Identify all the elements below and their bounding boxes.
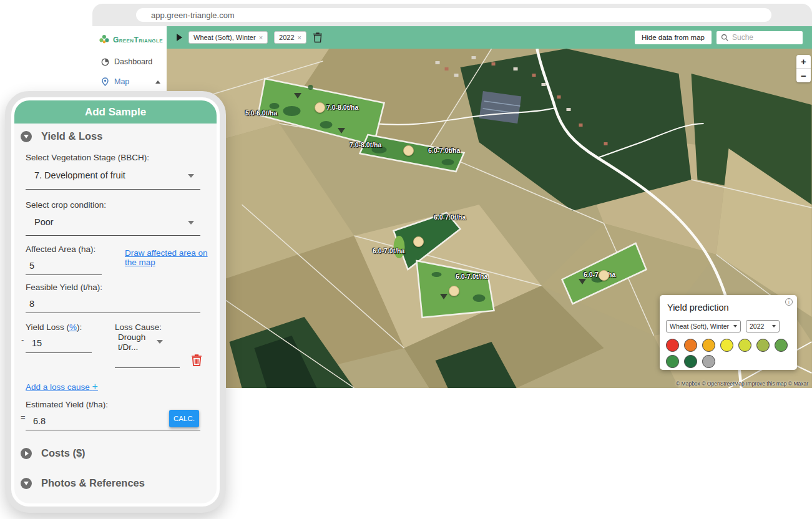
- chevron-down-icon: [733, 325, 737, 327]
- info-icon[interactable]: i: [785, 298, 793, 306]
- close-icon[interactable]: ×: [259, 34, 263, 41]
- filter-chip-crop[interactable]: Wheat (Soft), Winter ×: [188, 31, 268, 44]
- field-yield-label: 7.0-8.0t/ha: [350, 141, 381, 148]
- add-sample-panel: Add Sample Yield & Loss Select Vegetatio…: [5, 91, 226, 513]
- sample-marker-triangle[interactable]: [440, 294, 448, 299]
- section-photos[interactable]: Photos & References: [21, 477, 145, 489]
- feasible-input[interactable]: 8: [29, 299, 34, 309]
- equals-operator: =: [21, 412, 26, 422]
- search-icon: [721, 34, 728, 41]
- minus-operator: -: [21, 335, 24, 344]
- close-icon[interactable]: ×: [298, 34, 301, 41]
- map-pin-icon: [101, 77, 109, 86]
- estimated-label: Estimated Yield (t/ha):: [26, 400, 108, 409]
- section-yield-loss[interactable]: Yield & Loss: [21, 130, 102, 142]
- sample-marker-circle[interactable]: [413, 236, 424, 247]
- legend-color-circle[interactable]: [756, 339, 770, 352]
- sample-marker-circle[interactable]: [315, 102, 325, 113]
- chevron-down-icon[interactable]: [157, 340, 163, 344]
- sample-marker-triangle[interactable]: [579, 279, 586, 284]
- crop-select[interactable]: Wheat (Soft), Winter: [666, 320, 741, 332]
- address-bar[interactable]: app.green-triangle.com: [136, 8, 771, 22]
- legend-color-circle[interactable]: [666, 339, 679, 352]
- zoom-out-button[interactable]: −: [796, 69, 811, 82]
- chevron-up-icon[interactable]: [155, 80, 160, 84]
- section-title: Yield & Loss: [41, 130, 102, 142]
- sidebar-item-map[interactable]: Map: [92, 72, 167, 92]
- add-loss-cause-link[interactable]: Add a loss cause +: [26, 381, 98, 392]
- legend-color-circle[interactable]: [720, 339, 733, 352]
- legend-color-circle[interactable]: [702, 355, 715, 368]
- year-select[interactable]: 2022: [746, 320, 780, 332]
- field-yield-label: 6.0-7.0t/ha: [434, 213, 466, 221]
- dashboard-pie-icon: [101, 58, 109, 66]
- yield-prediction-panel: Yield prediction i Wheat (Soft), Winter …: [660, 295, 797, 370]
- sample-marker-triangle[interactable]: [338, 128, 345, 133]
- condition-label: Select crop condition:: [26, 200, 106, 210]
- sample-marker-triangle[interactable]: [294, 93, 301, 99]
- chevron-down-icon: [772, 325, 776, 327]
- sample-marker-circle[interactable]: [599, 270, 609, 281]
- expand-icon[interactable]: [21, 448, 32, 459]
- filter-chip-year[interactable]: 2022 ×: [274, 31, 306, 44]
- map-attribution[interactable]: © Mapbox © OpenStreetMap Improve this ma…: [676, 381, 808, 387]
- collapse-icon[interactable]: [21, 478, 32, 489]
- url-text: app.green-triangle.com: [151, 11, 235, 20]
- percent-link[interactable]: %: [69, 323, 77, 332]
- browser-chrome: app.green-triangle.com: [92, 4, 812, 26]
- delete-cause-trash-icon[interactable]: [191, 354, 202, 367]
- brand-name: GreenTriangle: [113, 36, 163, 44]
- chevron-down-icon[interactable]: [188, 174, 194, 178]
- section-costs[interactable]: Costs ($): [21, 447, 86, 459]
- field-yield-label: 7.0-8.0t/ha: [326, 104, 358, 111]
- year-select-value: 2022: [750, 323, 764, 330]
- draw-area-link[interactable]: Draw affected area on the map: [125, 248, 213, 267]
- play-icon[interactable]: [177, 34, 182, 41]
- legend-color-circle[interactable]: [684, 339, 697, 352]
- yield-prediction-title: Yield prediction: [667, 303, 729, 313]
- section-title: Costs ($): [41, 447, 86, 459]
- plus-icon: +: [92, 381, 98, 392]
- loss-label: Yield Loss (%):: [26, 323, 82, 332]
- area-input[interactable]: 5: [29, 261, 34, 271]
- bbch-select-value[interactable]: 7. Development of fruit: [34, 170, 125, 180]
- cause-label: Loss Cause:: [115, 323, 162, 332]
- sample-marker-circle[interactable]: [403, 145, 414, 156]
- map-zoom-control: + −: [796, 55, 811, 82]
- zoom-in-button[interactable]: +: [796, 55, 811, 69]
- feasible-label: Feasible Yield (t/ha):: [26, 283, 102, 292]
- crop-select-value: Wheat (Soft), Winter: [670, 323, 729, 330]
- area-label: Affected Area (ha):: [26, 245, 95, 254]
- section-title: Photos & References: [41, 477, 145, 489]
- chip-label: Wheat (Soft), Winter: [193, 34, 256, 41]
- map-toolbar: Wheat (Soft), Winter × 2022 × Hide data …: [167, 26, 812, 49]
- chip-label: 2022: [279, 34, 294, 41]
- brand-tree-icon: [99, 34, 110, 46]
- sample-marker-circle[interactable]: [449, 286, 459, 296]
- collapse-icon[interactable]: [21, 131, 32, 142]
- field-yield-label: 6.0-7.0t/ha: [428, 147, 460, 154]
- field-yield-label: 6.0-7.0t/ha: [456, 273, 487, 280]
- trash-icon[interactable]: [313, 32, 323, 43]
- legend-color-circle[interactable]: [775, 339, 788, 352]
- satellite-map[interactable]: 5.0-6.0t/ha7.0-8.0t/ha7.0-8.0t/ha6.0-7.0…: [167, 49, 812, 388]
- legend-color-circle[interactable]: [702, 339, 715, 352]
- sidebar-item-dashboard[interactable]: Dashboard: [92, 52, 167, 72]
- bbch-label: Select Vegetation Stage (BBCH):: [26, 153, 149, 162]
- field-yield-label: 6.0-7.0t/ha: [373, 247, 404, 255]
- hide-data-button[interactable]: Hide data from map: [635, 31, 712, 44]
- chevron-down-icon[interactable]: [188, 221, 194, 225]
- legend-color-circle[interactable]: [738, 339, 751, 352]
- search-box[interactable]: [717, 31, 803, 44]
- condition-select-value[interactable]: Poor: [34, 217, 54, 227]
- legend-color-circle[interactable]: [666, 355, 679, 368]
- brand[interactable]: GreenTriangle: [92, 26, 167, 52]
- sidebar-item-label: Map: [114, 77, 129, 86]
- calc-button[interactable]: CALC.: [169, 410, 199, 427]
- search-input[interactable]: [732, 33, 795, 42]
- estimated-input[interactable]: 6.8: [33, 416, 46, 426]
- legend-color-circle[interactable]: [684, 355, 697, 368]
- cause-select-value[interactable]: Drought/Dr...: [118, 332, 147, 352]
- field-yield-label: 5.0-6.0t/ha: [245, 109, 277, 117]
- loss-input[interactable]: 15: [32, 338, 42, 348]
